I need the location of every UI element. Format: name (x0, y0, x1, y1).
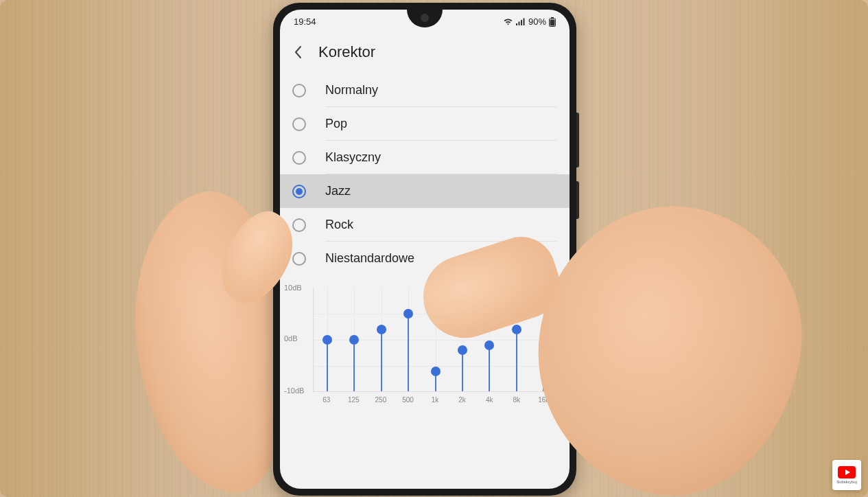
status-indicators: 90% (503, 16, 556, 27)
svg-rect-1 (518, 21, 519, 25)
equalizer-option[interactable]: Normalny (280, 73, 570, 107)
battery-icon (549, 17, 556, 27)
eq-slider-knob[interactable] (431, 367, 441, 376)
eq-slider-knob[interactable] (484, 340, 494, 350)
eq-slider-stem (516, 329, 517, 391)
eq-slider-knob[interactable] (349, 335, 359, 345)
equalizer-option[interactable]: Pop (280, 107, 570, 141)
x-tick-label: 250 (367, 396, 395, 404)
radio-button[interactable] (292, 218, 306, 232)
x-tick-label: 125 (340, 396, 368, 404)
option-label: Jazz (325, 184, 351, 198)
subscribe-label: Subskrybuj (836, 480, 857, 484)
x-tick-label: 2k (449, 396, 476, 404)
y-tick-top: 10dB (284, 284, 302, 292)
radio-button[interactable] (292, 117, 306, 131)
option-label: Rock (325, 218, 353, 232)
option-label: Normalny (325, 83, 378, 97)
equalizer-option[interactable]: Klasyczny (280, 141, 570, 174)
phone-power-button (576, 181, 579, 219)
x-tick-label: 1k (421, 396, 449, 404)
eq-slider-knob[interactable] (458, 345, 467, 355)
x-tick-label: 63 (313, 396, 340, 404)
x-tick-label: 500 (395, 396, 422, 404)
y-tick-bot: -10dB (284, 386, 304, 395)
signal-icon (516, 18, 526, 26)
option-label: Niestandardowe (325, 251, 414, 266)
eq-slider-stem (327, 339, 328, 391)
radio-button[interactable] (292, 185, 306, 198)
eq-slider-stem (353, 339, 355, 391)
eq-slider-stem (381, 329, 382, 391)
svg-rect-6 (550, 19, 555, 25)
eq-slider-stem (489, 345, 490, 391)
eq-slider-knob[interactable] (403, 309, 413, 319)
option-label: Pop (325, 117, 347, 131)
status-battery-pct: 90% (528, 16, 546, 27)
subscribe-badge[interactable]: Subskrybuj (832, 460, 861, 490)
x-tick-label: 4k (476, 396, 503, 404)
eq-slider-knob[interactable] (377, 325, 386, 334)
option-label: Klasyczny (325, 150, 381, 165)
eq-slider-stem (462, 349, 463, 391)
x-tick-label: 8k (503, 396, 530, 404)
eq-slider-knob[interactable] (322, 335, 332, 345)
svg-rect-0 (516, 23, 517, 25)
chevron-left-icon (294, 45, 302, 59)
status-time: 19:54 (294, 16, 316, 27)
radio-button[interactable] (292, 84, 306, 97)
back-button[interactable] (290, 44, 306, 60)
page-header: Korektor (280, 30, 570, 73)
page-title: Korektor (318, 43, 375, 61)
wifi-icon (503, 18, 513, 26)
radio-button[interactable] (292, 151, 306, 165)
svg-rect-2 (521, 20, 522, 25)
phone-volume-button (576, 113, 579, 167)
eq-slider-stem (408, 313, 409, 391)
svg-rect-3 (523, 18, 524, 25)
chart-x-axis: 631252505001k2k4k8k16k (313, 396, 557, 404)
radio-button[interactable] (292, 252, 306, 266)
eq-slider-knob[interactable] (512, 325, 521, 334)
equalizer-option[interactable]: Jazz (280, 174, 570, 208)
y-tick-mid: 0dB (284, 334, 298, 343)
youtube-icon (838, 466, 856, 478)
